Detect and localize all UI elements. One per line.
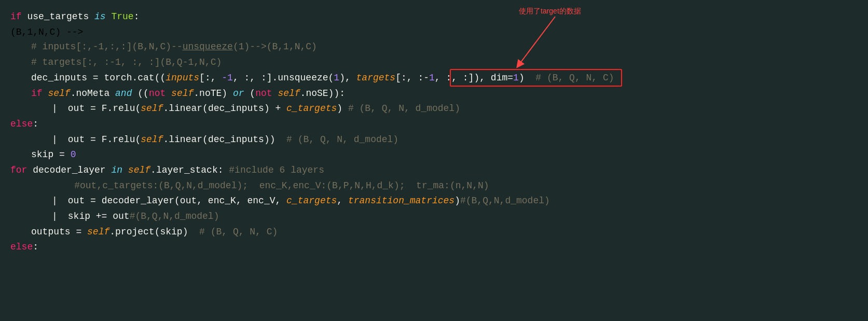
code-line-4: dec_inputs = torch.cat((inputs[:, -1, :,… [10, 71, 858, 86]
code-editor: if use_targets is True: (B,1,N,C) --> # … [0, 0, 868, 264]
code-line-10: for decoder_layer in self.layer_stack: #… [10, 163, 858, 178]
code-line-6: |out = F.relu(self.linear(dec_inputs) + … [10, 101, 858, 117]
code-line-12: |out = decoder_layer(out, enc_K, enc_V, … [10, 193, 858, 209]
code-line-3: # targets[:, :-1, :, :](B,Q-1,N,C) [10, 55, 858, 71]
code-line-15: else: [10, 240, 858, 255]
code-line-8: |out = F.relu(self.linear(dec_inputs)) #… [10, 132, 858, 148]
code-line-13: |skip += out#(B,Q,N,d_model) [10, 209, 858, 225]
code-line-14: outputs = self.project(skip) # (B, Q, N,… [10, 225, 858, 240]
code-line-5: if self.noMeta and ((not self.noTE) or (… [10, 86, 858, 102]
code-line-1: if use_targets is True: [10, 9, 858, 25]
code-line-2: # inputs[:,-1,:,:](B,N,C)--unsqueeze(1)-… [10, 39, 858, 55]
code-line-9: skip = 0 [10, 147, 858, 163]
code-line-7: else: [10, 117, 858, 132]
code-line-11: #out,c_targets:(B,Q,N,d_model); enc_K,en… [10, 178, 858, 194]
